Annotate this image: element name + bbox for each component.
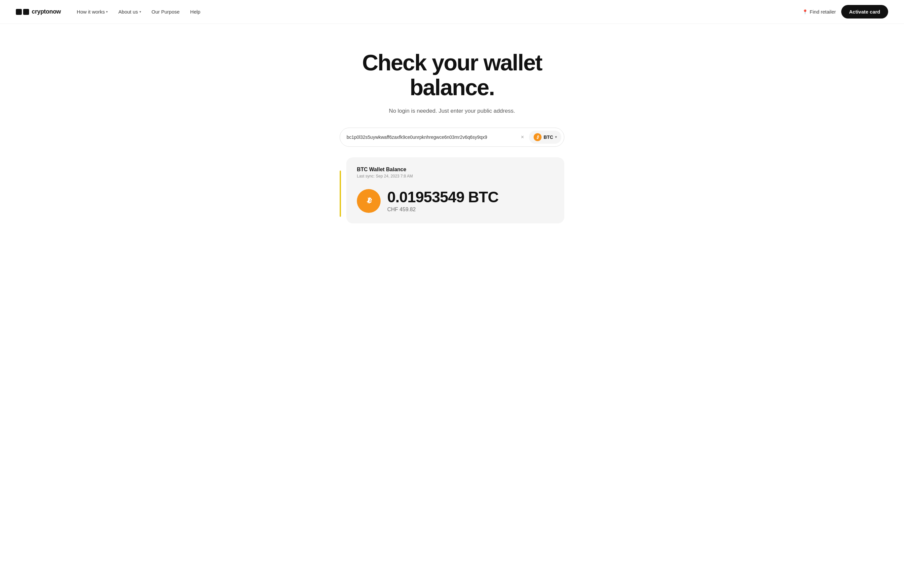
btc-small-icon: ₿ bbox=[534, 133, 542, 141]
balance-amounts: 0.01953549 BTC CHF 459.82 bbox=[387, 190, 498, 213]
balance-fiat-amount: CHF 459.82 bbox=[387, 207, 498, 213]
clear-button[interactable]: × bbox=[518, 133, 526, 141]
balance-display: 0.01953549 BTC CHF 459.82 bbox=[357, 189, 554, 213]
find-retailer-label: Find retailer bbox=[810, 9, 836, 14]
logo-icon bbox=[16, 9, 29, 15]
address-input[interactable] bbox=[347, 134, 516, 140]
logo[interactable]: cryptonow bbox=[16, 8, 61, 15]
nav-label-help: Help bbox=[190, 9, 201, 14]
pin-icon: 📍 bbox=[802, 9, 808, 14]
currency-selector-button[interactable]: ₿ BTC ▾ bbox=[529, 131, 561, 144]
activate-card-button[interactable]: Activate card bbox=[841, 5, 888, 19]
chevron-down-icon-currency: ▾ bbox=[555, 135, 557, 139]
hero-title: Check your wallet balance. bbox=[337, 50, 567, 100]
balance-card-title: BTC Wallet Balance bbox=[357, 167, 554, 172]
balance-btc-amount: 0.01953549 BTC bbox=[387, 190, 498, 205]
nav-link-about-us[interactable]: About us ▾ bbox=[118, 9, 141, 14]
navbar: cryptonow How it works ▾ About us ▾ Our … bbox=[0, 0, 904, 24]
nav-link-help[interactable]: Help bbox=[190, 9, 201, 14]
main-content: Check your wallet balance. No login is n… bbox=[0, 24, 904, 243]
balance-card-wrapper: BTC Wallet Balance Last sync: Sep 24, 20… bbox=[340, 157, 564, 223]
balance-card-sync: Last sync: Sep 24, 2023 7:8 AM bbox=[357, 174, 554, 179]
side-indicator bbox=[340, 171, 341, 217]
nav-label-how-it-works: How it works bbox=[77, 9, 105, 14]
nav-label-our-purpose: Our Purpose bbox=[152, 9, 180, 14]
navbar-right: 📍 Find retailer Activate card bbox=[802, 5, 888, 19]
balance-card: BTC Wallet Balance Last sync: Sep 24, 20… bbox=[346, 157, 564, 223]
chevron-down-icon-about-us: ▾ bbox=[139, 10, 141, 14]
search-bar: × ₿ BTC ▾ bbox=[340, 128, 564, 147]
nav-links: How it works ▾ About us ▾ Our Purpose He… bbox=[77, 9, 200, 14]
nav-link-how-it-works[interactable]: How it works ▾ bbox=[77, 9, 108, 14]
nav-label-about-us: About us bbox=[118, 9, 138, 14]
nav-item-help: Help bbox=[190, 9, 201, 14]
nav-link-our-purpose[interactable]: Our Purpose bbox=[152, 9, 180, 14]
nav-item-how-it-works: How it works ▾ bbox=[77, 9, 108, 14]
chevron-down-icon-how-it-works: ▾ bbox=[106, 10, 108, 14]
btc-svg bbox=[362, 194, 375, 207]
balance-card-header: BTC Wallet Balance Last sync: Sep 24, 20… bbox=[357, 167, 554, 179]
logo-text: cryptonow bbox=[32, 8, 61, 15]
find-retailer-link[interactable]: 📍 Find retailer bbox=[802, 9, 836, 14]
logo-square-1 bbox=[16, 9, 22, 15]
hero-subtitle: No login is needed. Just enter your publ… bbox=[389, 108, 515, 114]
currency-label: BTC bbox=[544, 134, 553, 140]
navbar-left: cryptonow How it works ▾ About us ▾ Our … bbox=[16, 8, 200, 15]
logo-square-2 bbox=[23, 9, 29, 15]
nav-item-about-us: About us ▾ bbox=[118, 9, 141, 14]
nav-item-our-purpose: Our Purpose bbox=[152, 9, 180, 14]
btc-logo-icon bbox=[357, 189, 381, 213]
